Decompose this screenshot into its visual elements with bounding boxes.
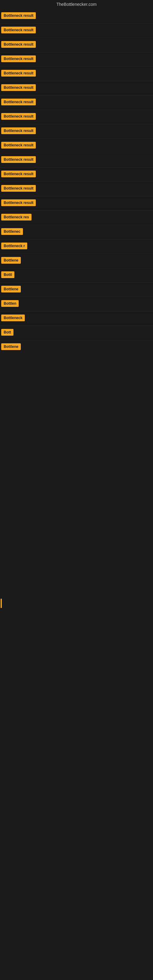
bottleneck-badge-8: Bottleneck result [1, 113, 36, 120]
badge-row-15: Bottleneck res [0, 211, 153, 224]
divider-18 [0, 268, 153, 268]
bottom-indicator [1, 599, 2, 608]
badge-row-21: Bottlen [0, 298, 153, 310]
bottleneck-badge-24: Bottlene [1, 343, 21, 350]
badge-row-24: Bottlene [0, 341, 153, 354]
badge-row-1: Bottleneck result [0, 10, 153, 23]
bottleneck-badge-2: Bottleneck result [1, 27, 36, 33]
divider-16 [0, 239, 153, 240]
bottom-section [0, 599, 153, 966]
divider-9 [0, 138, 153, 139]
bottleneck-badge-3: Bottleneck result [1, 41, 36, 48]
site-title: TheBottlenecker.com [0, 0, 153, 10]
badge-row-17: Bottleneck r [0, 240, 153, 253]
bottleneck-badge-11: Bottleneck result [1, 156, 36, 163]
bottleneck-badge-17: Bottleneck r [1, 243, 27, 249]
bottleneck-badge-15: Bottleneck res [1, 214, 32, 221]
bottleneck-badge-1: Bottleneck result [1, 12, 36, 19]
divider-14 [0, 210, 153, 211]
badge-row-13: Bottleneck result [0, 183, 153, 196]
divider-1 [0, 23, 153, 24]
bottleneck-badge-7: Bottleneck result [1, 99, 36, 105]
bottleneck-badge-12: Bottleneck result [1, 170, 36, 177]
bottleneck-badge-22: Bottleneck [1, 315, 25, 321]
bottleneck-badge-9: Bottleneck result [1, 127, 36, 134]
badge-row-16: Bottlenec [0, 226, 153, 239]
badge-row-12: Bottleneck result [0, 168, 153, 181]
divider-2 [0, 38, 153, 38]
divider-3 [0, 52, 153, 52]
badge-row-3: Bottleneck result [0, 38, 153, 51]
divider-19 [0, 282, 153, 283]
badge-row-9: Bottleneck result [0, 125, 153, 138]
divider-7 [0, 110, 153, 110]
bottleneck-badge-23: Bott [1, 329, 13, 336]
bottleneck-badge-5: Bottleneck result [1, 70, 36, 76]
divider-8 [0, 124, 153, 124]
bottleneck-badge-20: Bottlene [1, 286, 21, 293]
badge-row-11: Bottleneck result [0, 154, 153, 167]
divider-21 [0, 311, 153, 312]
badge-row-4: Bottleneck result [0, 53, 153, 66]
bottleneck-badge-14: Bottleneck result [1, 199, 36, 206]
bottleneck-badge-4: Bottleneck result [1, 56, 36, 62]
divider-20 [0, 297, 153, 297]
badge-row-20: Bottlene [0, 283, 153, 296]
badge-row-23: Bott [0, 326, 153, 339]
badge-row-18: Bottlene [0, 255, 153, 267]
bottleneck-badge-16: Bottlenec [1, 228, 23, 235]
badge-row-19: Bottl [0, 269, 153, 282]
badge-row-10: Bottleneck result [0, 139, 153, 152]
badge-row-5: Bottleneck result [0, 67, 153, 80]
divider-12 [0, 181, 153, 182]
badges-list: Bottleneck resultBottleneck resultBottle… [0, 10, 153, 354]
badge-row-14: Bottleneck result [0, 197, 153, 210]
divider-13 [0, 196, 153, 196]
bottleneck-badge-18: Bottlene [1, 257, 21, 264]
divider-6 [0, 95, 153, 95]
bottleneck-badge-21: Bottlen [1, 300, 19, 307]
bottleneck-badge-10: Bottleneck result [1, 142, 36, 148]
divider-22 [0, 326, 153, 326]
bottleneck-badge-6: Bottleneck result [1, 84, 36, 91]
badge-row-22: Bottleneck [0, 312, 153, 325]
badge-row-8: Bottleneck result [0, 111, 153, 123]
bottleneck-badge-13: Bottleneck result [1, 185, 36, 192]
badge-row-2: Bottleneck result [0, 24, 153, 37]
divider-15 [0, 225, 153, 225]
badge-row-7: Bottleneck result [0, 96, 153, 109]
badge-row-6: Bottleneck result [0, 82, 153, 95]
bottleneck-badge-19: Bottl [1, 271, 14, 278]
